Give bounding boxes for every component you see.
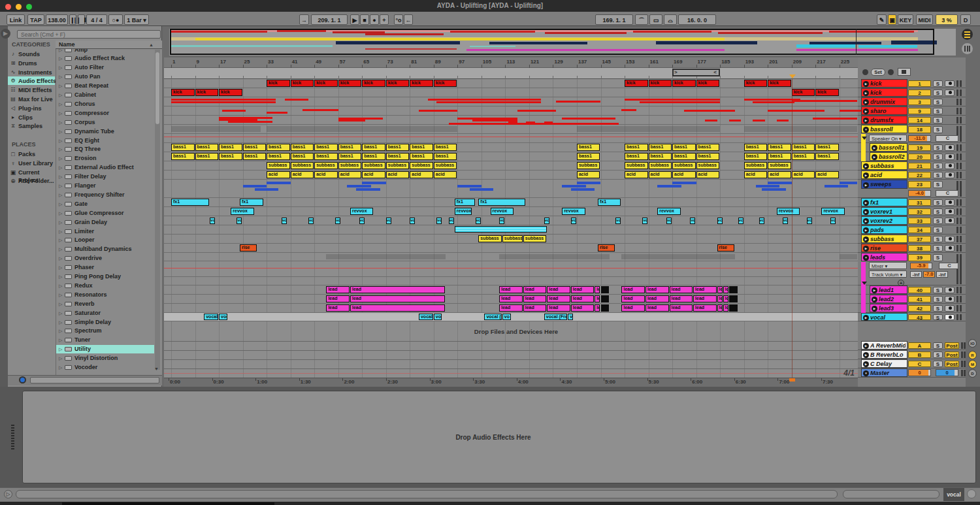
clip[interactable]: lead [350, 286, 445, 293]
arm-button[interactable] [945, 172, 955, 178]
browser-item[interactable]: ▷Simple Delay [59, 318, 154, 327]
clip[interactable]: bass1 [338, 144, 362, 151]
clip[interactable]: lead [499, 304, 523, 312]
arm-button[interactable] [945, 80, 955, 87]
clip[interactable]: vc [666, 218, 672, 224]
clip[interactable]: bass1 [577, 144, 600, 151]
io-toggle[interactable]: IO [968, 339, 977, 348]
punch-out-button[interactable]: ⌓ [664, 14, 677, 25]
clip[interactable]: kick [625, 80, 648, 87]
track-number-badge[interactable]: 1 [908, 80, 931, 87]
clip[interactable]: fx1 [240, 199, 263, 206]
device-chooser[interactable]: Mixer ▾ [869, 262, 907, 269]
expand-triangle-icon[interactable]: ▷ [59, 191, 64, 199]
expand-triangle-icon[interactable]: ▷ [59, 100, 64, 108]
clip[interactable]: bass1 [672, 153, 696, 160]
loop-length-field[interactable]: 16. 0. 0 [678, 14, 716, 25]
sidebar-item-max-for-live[interactable]: ▤Max for Live [9, 95, 56, 104]
draw-mode-button[interactable]: °o [394, 14, 403, 25]
arm-button[interactable] [945, 199, 955, 206]
sidebar-item-current-project[interactable]: ▣Current Project [9, 169, 56, 177]
arm-button[interactable] [945, 163, 955, 169]
track-number-badge[interactable]: 21 [908, 163, 931, 169]
track-name-block[interactable]: ▼bassroll [861, 125, 907, 133]
clip[interactable]: lead [547, 286, 570, 293]
clip[interactable]: vc [359, 218, 365, 224]
track-number-badge[interactable]: 37 [908, 236, 931, 242]
browser-item[interactable]: ▷Compressor [59, 109, 154, 118]
tempo-field[interactable]: 138.00 [46, 14, 68, 25]
loop-button[interactable]: ▭ [649, 14, 662, 25]
track-number-badge[interactable]: 34 [908, 227, 931, 233]
clip[interactable] [601, 286, 610, 293]
track-name-block[interactable]: ▶lead1 [870, 285, 907, 294]
clip[interactable]: bass1 [314, 153, 338, 160]
browser-item[interactable]: ▷Ping Pong Delay [59, 272, 154, 281]
clip[interactable]: bass1 [792, 153, 815, 160]
solo-button[interactable]: S [933, 90, 943, 96]
clip[interactable]: bass1 [195, 144, 219, 151]
clip[interactable]: subbass [672, 162, 696, 169]
play-button[interactable]: ▶ [350, 14, 359, 25]
clip[interactable]: acid [792, 171, 815, 178]
browser-toggle-icon[interactable]: ▶ [1, 29, 10, 39]
solo-button[interactable]: S [933, 99, 943, 105]
track-number-badge[interactable]: 19 [908, 144, 931, 151]
scroll-down-icon[interactable]: ▼ [154, 366, 161, 372]
expand-triangle-icon[interactable]: ▷ [59, 263, 64, 272]
clip[interactable]: kick [267, 80, 290, 87]
clip[interactable]: lead [693, 304, 717, 312]
browser-item[interactable]: ▷Filter Delay [59, 172, 154, 181]
clip[interactable]: vc [449, 218, 454, 224]
track-name-block[interactable]: ▶kick [861, 79, 907, 88]
browser-item[interactable]: ▷Resonators [59, 291, 154, 299]
sidebar-item-samples[interactable]: ⧖Samples [9, 122, 56, 131]
search-input[interactable]: Search (Cmd + F) [17, 30, 161, 39]
play-icon[interactable]: ▶ [872, 145, 877, 151]
track-number-badge[interactable]: 38 [908, 245, 931, 252]
track-number-badge[interactable]: 14 [908, 117, 931, 123]
track-name-block[interactable]: ▶voxrev2 [861, 216, 907, 225]
browser-item[interactable]: ▷Dynamic Tube [59, 127, 154, 136]
clip[interactable]: bass1 [338, 153, 362, 160]
clip[interactable]: bass1 [744, 144, 768, 151]
drawmode-toggle[interactable]: D [968, 369, 977, 378]
expand-triangle-icon[interactable]: ▷ [59, 291, 64, 299]
clip[interactable]: acid [410, 171, 433, 178]
expand-triangle-icon[interactable]: ▷ [59, 154, 64, 163]
clip[interactable]: bass1 [195, 153, 219, 160]
clip[interactable]: bass1 [314, 144, 338, 151]
clip[interactable]: acid [267, 171, 290, 178]
solo-button[interactable]: S [933, 163, 943, 169]
clip[interactable]: acid [291, 171, 314, 178]
clip[interactable]: vc [436, 218, 442, 224]
clip[interactable]: bass1 [362, 144, 385, 151]
expand-triangle-icon[interactable]: ▷ [59, 354, 64, 363]
clip[interactable]: subbass [314, 162, 338, 169]
sidebar-item-add-folder-[interactable]: ⊕Add Folder... [9, 177, 56, 186]
solo-button[interactable]: S [933, 80, 943, 87]
arm-button[interactable] [945, 144, 955, 151]
clip[interactable]: acid [434, 171, 457, 178]
clip[interactable]: acid [577, 171, 600, 178]
play-icon[interactable]: ▶ [863, 352, 869, 358]
solo-button[interactable]: S [933, 181, 943, 188]
clip[interactable]: bass1 [362, 153, 385, 160]
record-button[interactable]: ● [370, 14, 379, 25]
clip[interactable]: vc [476, 218, 481, 224]
clip[interactable]: le [717, 286, 723, 293]
clip[interactable]: fx1 [478, 199, 525, 206]
expand-triangle-icon[interactable]: ▷ [59, 309, 64, 318]
solo-button[interactable]: S [933, 351, 943, 358]
solo-button[interactable]: S [933, 296, 943, 302]
clip[interactable]: lead [350, 304, 445, 312]
clip[interactable]: kick [410, 80, 433, 87]
expand-triangle-icon[interactable]: ▷ [59, 209, 64, 218]
clip[interactable]: subbass [478, 235, 502, 242]
clip[interactable]: bass1 [815, 153, 839, 160]
track-number-badge[interactable]: 23 [908, 181, 931, 188]
clip[interactable] [729, 304, 738, 312]
solo-button[interactable]: S [933, 208, 943, 215]
clip[interactable]: kick [696, 80, 720, 87]
automation-value[interactable]: -inf [910, 271, 922, 278]
